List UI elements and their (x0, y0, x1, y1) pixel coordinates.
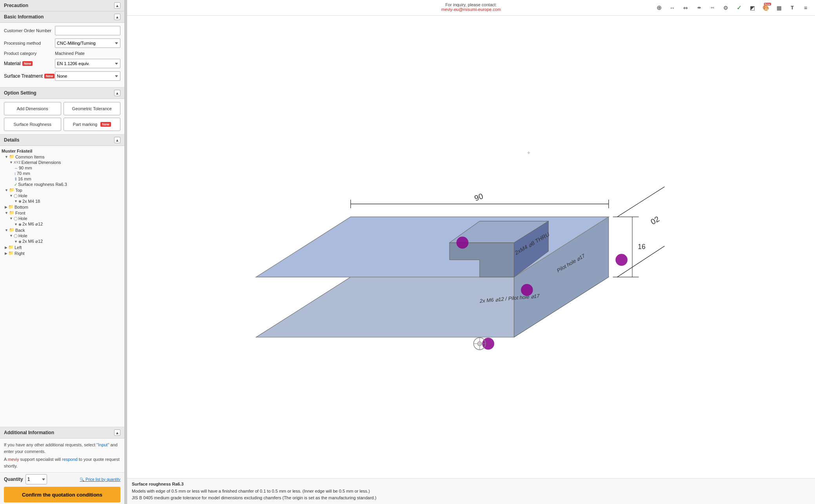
add-dimensions-button[interactable]: Add Dimensions (4, 102, 61, 115)
tree-front-hole-m6[interactable]: ▼ ◉ 2x M6 ⌀12 (2, 221, 123, 227)
details-collapse-btn[interactable]: ▲ (114, 137, 120, 143)
option-setting-header[interactable]: Option Setting ▲ (0, 87, 124, 99)
details-header[interactable]: Details ▲ (0, 135, 124, 146)
tree-back[interactable]: ▼ 📁 Back (2, 227, 123, 233)
distance3-icon: ⇼ (697, 5, 701, 10)
dim-distance2-button[interactable]: ⇔ (679, 2, 692, 14)
tree-left[interactable]: ▶ 📁 Left (2, 244, 123, 250)
front-hole-label: Hole (18, 216, 27, 221)
tree-top-hole[interactable]: ▼ ◯ Hole (2, 193, 123, 198)
part-marking-button[interactable]: Part marking New (64, 118, 121, 131)
surface-treatment-row: Surface Treatment New None (4, 71, 120, 81)
check-button[interactable]: ✓ (733, 2, 745, 14)
dim-distance3-button[interactable]: ⇼ (693, 2, 705, 14)
tree-root-item[interactable]: Muster Frästeil (2, 148, 123, 154)
tree-back-hole-m6[interactable]: ▼ ◉ 2x M6 ⌀12 (2, 238, 123, 244)
details-label: Details (4, 137, 19, 143)
basic-info-header[interactable]: Basic Information ▲ (0, 11, 124, 23)
option-setting-label: Option Setting (4, 90, 36, 96)
surface-roughness-button[interactable]: Surface Roughness (4, 118, 61, 131)
quantity-row: Quantity 123510 🔍 Price list by quantity… (0, 473, 124, 504)
tree-top-hole-m4[interactable]: ▼ ◉ 2x M4 18 (2, 198, 123, 204)
processing-method-label: Processing method (4, 41, 55, 45)
tree-dim-16[interactable]: ⇕ 16 mm (2, 176, 123, 182)
checkmark-icon: ✓ (737, 4, 742, 11)
product-category-label: Product category (4, 51, 55, 56)
tree-top[interactable]: ▼ 📁 Top (2, 187, 123, 193)
dim-y-icon: ↕ (14, 171, 16, 176)
additional-info-text2: A meviy support specialist will respond … (4, 456, 120, 469)
expand-icon-back: ▼ (5, 228, 8, 232)
circle-icon-m4: ◉ (18, 199, 22, 203)
expand-icon-2: ▼ (9, 160, 13, 164)
tree-surface-roughness-item[interactable]: ✓ Surface roughness Ra6.3 (2, 182, 123, 187)
tree-bottom[interactable]: ▶ 📁 Bottom (2, 204, 123, 210)
top-hole-label: Hole (18, 193, 27, 198)
additional-info-text1: If you have any other additional request… (4, 442, 120, 455)
product-category-value: Machined Plate (55, 51, 85, 56)
additional-info-collapse-btn[interactable]: ▲ (114, 429, 120, 436)
surface-treatment-label-container: Surface Treatment New (4, 73, 55, 79)
tree-dim-70[interactable]: ↕ 70 mm (2, 171, 123, 176)
folder-right-icon: 📁 (8, 251, 14, 256)
surface-roughness-label: Surface Roughness (13, 122, 51, 127)
tree-back-hole[interactable]: ▼ ◯ Hole (2, 233, 123, 238)
geometric-tolerance-button[interactable]: Geometric Tolerance (64, 102, 121, 115)
3d-viewer[interactable]: 90 02 16 2xM4 ⌀8 THRU Pilot hole ⌀17 2x … (127, 16, 815, 478)
layers-icon: ≡ (804, 5, 807, 11)
layers-button[interactable]: ≡ (799, 2, 812, 14)
front-label: Front (15, 211, 25, 215)
quantity-select[interactable]: 123510 (25, 474, 47, 484)
gear-icon: ⚙ (723, 5, 728, 11)
tree-common-items[interactable]: ▼ 📁 Common Items (2, 154, 123, 160)
price-list-link[interactable]: 🔍 Price list by quantity (80, 477, 120, 482)
back-hole-label: Hole (18, 233, 27, 238)
basic-info-collapse-btn[interactable]: ▲ (114, 14, 120, 20)
dim-70-label: 70 mm (17, 171, 30, 176)
customer-order-input[interactable] (55, 26, 120, 35)
surface-roughness-item-label: Surface roughness Ra6.3 (18, 182, 67, 187)
bottom-label: Bottom (15, 205, 28, 209)
contact-bar: For inquiry, please contact: meviy-eu@mi… (441, 2, 501, 12)
circle-icon-back: ◯ (14, 234, 18, 238)
option-setting-collapse-btn[interactable]: ▲ (114, 90, 120, 96)
view-button[interactable]: ◩ (746, 2, 759, 14)
tree-front[interactable]: ▼ 📁 Front (2, 210, 123, 216)
toolbar: For inquiry, please contact: meviy-eu@mi… (127, 0, 815, 16)
circle-icon-front: ◯ (14, 217, 18, 220)
measure-button[interactable]: ⊕ (653, 2, 665, 14)
settings-button[interactable]: ⚙ (719, 2, 732, 14)
price-list-icon: 🔍 (80, 477, 84, 482)
info-line1: Surface roughness Ra6.3 (132, 481, 810, 488)
confirm-quotation-button[interactable]: Confirm the quotation conditions (4, 487, 120, 502)
material-select[interactable]: EN 1.1206 equiv. (55, 59, 120, 68)
tree-right[interactable]: ▶ 📁 Right (2, 250, 123, 256)
precaution-collapse-btn[interactable]: ▲ (114, 2, 120, 9)
info-line3: JIS B 0405 medium grade tolerance for mo… (132, 495, 810, 502)
precaution-header[interactable]: Precaution ▲ (0, 0, 124, 11)
product-category-row: Product category Machined Plate (4, 51, 120, 56)
surface-treatment-new-badge: New (44, 74, 55, 78)
tree-external-dimensions[interactable]: ▼ XYZ External Dimensions (2, 160, 123, 165)
table-button[interactable]: ▦ (773, 2, 785, 14)
camera-button[interactable]: 🎨 New (759, 2, 772, 14)
basic-info-content: Customer Order Number Processing method … (0, 23, 124, 87)
surface-treatment-select[interactable]: None (55, 71, 120, 81)
dim-distance-button[interactable]: ↔ (666, 2, 679, 14)
additional-info-header[interactable]: Additional Information ▲ (0, 427, 124, 438)
dim-distance4-button[interactable]: ⇿ (706, 2, 719, 14)
text-button[interactable]: T (786, 2, 799, 14)
expand-icon-bottom: ▶ (5, 205, 7, 209)
measure-icon: ⊕ (657, 4, 662, 11)
right-label: Right (15, 251, 25, 256)
processing-method-select[interactable]: CNC-Milling/Turning (55, 38, 120, 48)
svg-point-28 (477, 342, 482, 346)
folder-icon: 📁 (9, 154, 15, 159)
distance2-icon: ⇔ (683, 5, 688, 11)
tree-dim-90[interactable]: ↔ 90 mm (2, 165, 123, 171)
folder-bottom-icon: 📁 (8, 204, 14, 209)
tree-front-hole[interactable]: ▼ ◯ Hole (2, 216, 123, 221)
svg-point-22 (521, 284, 533, 296)
add-dimensions-label: Add Dimensions (17, 106, 48, 111)
contact-email[interactable]: meviy-eu@misumi-europe.com (441, 7, 501, 12)
